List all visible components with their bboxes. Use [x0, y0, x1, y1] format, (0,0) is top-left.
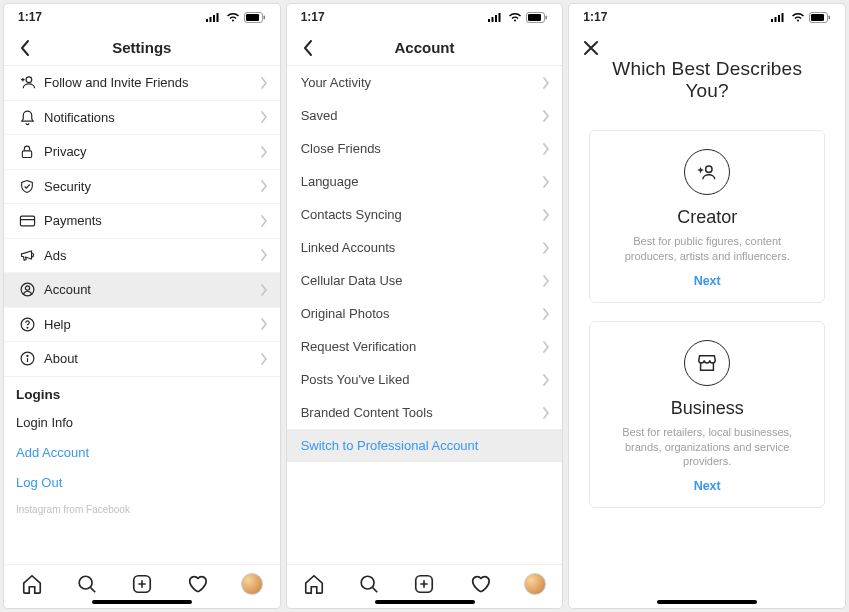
row-privacy[interactable]: Privacy: [4, 135, 280, 170]
row-notifications[interactable]: Notifications: [4, 101, 280, 136]
logins-header: Logins: [4, 377, 280, 408]
row-help[interactable]: Help: [4, 308, 280, 343]
row-label: Branded Content Tools: [301, 405, 543, 420]
row-label: Privacy: [44, 144, 260, 159]
row-branded[interactable]: Branded Content Tools: [287, 396, 563, 429]
row-follow-invite[interactable]: Follow and Invite Friends: [4, 66, 280, 101]
phone-wizard-screen: 1:17 Which Best Describes You? Creator B…: [569, 4, 845, 608]
card-creator[interactable]: Creator Best for public figures, content…: [589, 130, 825, 303]
nav-header: Settings: [4, 30, 280, 66]
tab-profile[interactable]: [240, 572, 264, 596]
row-label: Account: [44, 282, 260, 297]
tab-profile[interactable]: [523, 572, 547, 596]
row-contacts[interactable]: Contacts Syncing: [287, 198, 563, 231]
row-close-friends[interactable]: Close Friends: [287, 132, 563, 165]
row-add-account[interactable]: Add Account: [4, 438, 280, 468]
chevron-right-icon: [542, 407, 550, 419]
wifi-icon: [226, 12, 240, 22]
row-account[interactable]: Account: [4, 273, 280, 308]
tab-home[interactable]: [20, 572, 44, 596]
tab-activity[interactable]: [185, 572, 209, 596]
tab-search[interactable]: [75, 572, 99, 596]
row-label: Cellular Data Use: [301, 273, 543, 288]
megaphone-icon: [16, 247, 38, 263]
business-desc: Best for retailers, local businesses, br…: [606, 425, 808, 470]
row-label: Contacts Syncing: [301, 207, 543, 222]
row-saved[interactable]: Saved: [287, 99, 563, 132]
row-label: Switch to Professional Account: [301, 438, 551, 453]
status-icons: [771, 12, 831, 23]
row-cellular[interactable]: Cellular Data Use: [287, 264, 563, 297]
chevron-right-icon: [542, 242, 550, 254]
status-bar: 1:17: [569, 4, 845, 30]
add-user-icon: [16, 74, 38, 91]
tab-search[interactable]: [357, 572, 381, 596]
row-switch-pro[interactable]: Switch to Professional Account: [287, 429, 563, 462]
row-label: Follow and Invite Friends: [44, 75, 260, 90]
svg-point-34: [706, 166, 712, 172]
row-label: Help: [44, 317, 260, 332]
account-icon: [16, 281, 38, 298]
row-original[interactable]: Original Photos: [287, 297, 563, 330]
svg-point-16: [79, 576, 92, 589]
business-heading: Business: [606, 398, 808, 419]
signal-icon: [488, 12, 504, 22]
chevron-right-icon: [260, 353, 268, 365]
row-label: Ads: [44, 248, 260, 263]
settings-list: Follow and Invite Friends Notifications …: [4, 66, 280, 564]
svg-point-11: [25, 286, 29, 290]
card-business[interactable]: Business Best for retailers, local busin…: [589, 321, 825, 509]
tab-activity[interactable]: [468, 572, 492, 596]
row-verification[interactable]: Request Verification: [287, 330, 563, 363]
svg-rect-9: [20, 216, 34, 226]
row-liked[interactable]: Posts You've Liked: [287, 363, 563, 396]
creator-icon: [696, 161, 718, 183]
bell-icon: [16, 109, 38, 126]
row-payments[interactable]: Payments: [4, 204, 280, 239]
account-list: Your Activity Saved Close Friends Langua…: [287, 66, 563, 564]
chevron-right-icon: [260, 146, 268, 158]
tab-home[interactable]: [302, 572, 326, 596]
home-icon: [21, 573, 43, 595]
row-label: Security: [44, 179, 260, 194]
chevron-right-icon: [260, 111, 268, 123]
chevron-right-icon: [542, 77, 550, 89]
heart-icon: [469, 573, 491, 595]
close-button[interactable]: [581, 38, 601, 58]
row-label: Add Account: [16, 445, 268, 460]
row-language[interactable]: Language: [287, 165, 563, 198]
svg-point-25: [362, 576, 375, 589]
signal-icon: [771, 12, 787, 22]
tab-create[interactable]: [412, 572, 436, 596]
back-button[interactable]: [14, 37, 36, 59]
page-title: Settings: [112, 39, 171, 56]
row-linked[interactable]: Linked Accounts: [287, 231, 563, 264]
card-icon: [16, 214, 38, 228]
row-label: Log Out: [16, 475, 268, 490]
row-your-activity[interactable]: Your Activity: [287, 66, 563, 99]
chevron-right-icon: [260, 284, 268, 296]
status-time: 1:17: [18, 10, 42, 24]
row-label: Request Verification: [301, 339, 543, 354]
row-about[interactable]: About: [4, 342, 280, 377]
search-icon: [358, 573, 380, 595]
svg-rect-19: [492, 17, 494, 22]
svg-rect-29: [778, 15, 780, 22]
storefront-icon: [696, 352, 718, 374]
svg-rect-18: [488, 19, 490, 22]
business-next-link[interactable]: Next: [606, 479, 808, 493]
status-icons: [488, 12, 548, 23]
chevron-right-icon: [260, 77, 268, 89]
back-button[interactable]: [297, 37, 319, 59]
row-label: Notifications: [44, 110, 260, 125]
row-ads[interactable]: Ads: [4, 239, 280, 274]
row-log-out[interactable]: Log Out: [4, 468, 280, 498]
home-indicator: [92, 600, 192, 604]
tab-create[interactable]: [130, 572, 154, 596]
creator-next-link[interactable]: Next: [606, 274, 808, 288]
wifi-icon: [508, 12, 522, 22]
help-icon: [16, 316, 38, 333]
row-login-info[interactable]: Login Info: [4, 408, 280, 438]
row-label: Login Info: [16, 415, 268, 430]
row-security[interactable]: Security: [4, 170, 280, 205]
